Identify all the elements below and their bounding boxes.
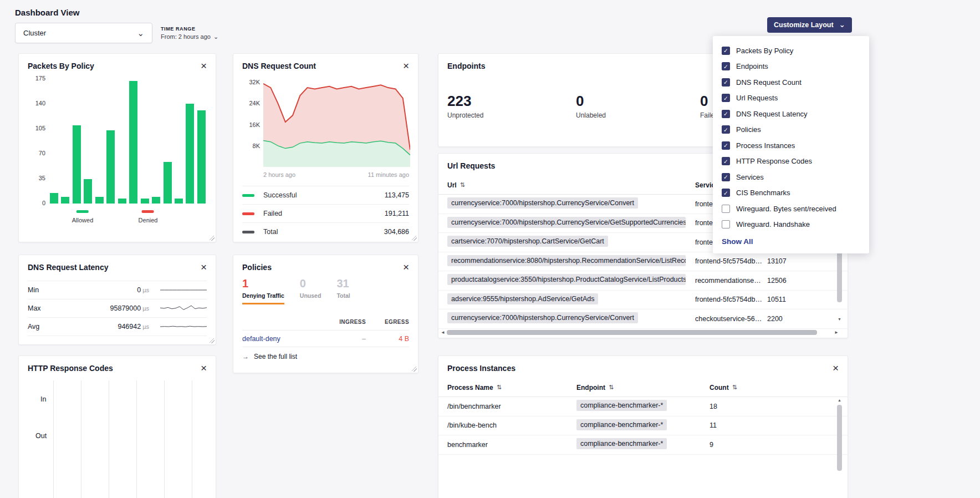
view-select[interactable]: Cluster ⌄: [15, 23, 152, 43]
policy-stat-tab[interactable]: 1 Denying Traffic: [242, 277, 284, 304]
time-range-from: From: 2 hours ago: [161, 33, 211, 40]
scroll-left-icon[interactable]: ◄: [441, 330, 445, 335]
bar: [84, 179, 92, 204]
table-row[interactable]: currencyservice:7000/hipstershop.Currenc…: [438, 309, 848, 329]
vertical-scrollbar[interactable]: ▲: [837, 398, 842, 498]
checkbox[interactable]: [722, 205, 730, 213]
chevron-down-icon: ⌄: [137, 31, 144, 36]
stat-label: Unused: [300, 292, 321, 303]
menu-item[interactable]: CIS Benchmarks: [722, 185, 860, 201]
process-name-cell: benchmarker: [447, 441, 576, 449]
close-icon[interactable]: ×: [201, 263, 207, 271]
checkbox[interactable]: [722, 47, 730, 55]
url-chip: currencyservice:7000/hipstershop.Currenc…: [447, 312, 638, 323]
column-header-url[interactable]: Url ⇅: [447, 181, 695, 189]
table-row[interactable]: /bin/kube-bench compliance-benchmarker-*…: [438, 416, 848, 436]
table-row[interactable]: adservice:9555/hipstershop.AdService/Get…: [438, 291, 848, 310]
policy-stat-tab[interactable]: 0 Unused: [300, 277, 321, 304]
scrollbar-thumb[interactable]: [837, 405, 842, 471]
close-icon[interactable]: ×: [833, 364, 839, 372]
latency-row: Min 0µs: [28, 281, 207, 299]
y-tick-label: 24K: [243, 100, 260, 106]
menu-item[interactable]: Process Instances: [722, 138, 860, 154]
horizontal-scrollbar[interactable]: ◄ ►: [441, 329, 839, 336]
http-row-label-in: In: [40, 395, 46, 403]
scroll-up-icon[interactable]: ▲: [837, 398, 842, 402]
checkbox[interactable]: [722, 110, 730, 118]
column-header-endpoint[interactable]: Endpoint ⇅: [576, 384, 710, 392]
bar: [95, 197, 104, 204]
close-icon[interactable]: ×: [201, 364, 207, 372]
bar: [141, 199, 149, 204]
menu-item-label: DNS Request Count: [736, 78, 802, 87]
checkbox[interactable]: [722, 189, 730, 197]
policy-stat-tab[interactable]: 31 Total: [336, 277, 350, 304]
scrollbar-track[interactable]: [447, 330, 833, 335]
table-row[interactable]: benchmarker compliance-benchmarker-* 9: [438, 435, 848, 455]
resize-handle[interactable]: [210, 236, 215, 241]
card-title: Policies: [242, 263, 272, 272]
column-header-process-name[interactable]: Process Name ⇅: [447, 384, 576, 392]
latency-value: 0µs: [54, 286, 149, 294]
menu-item[interactable]: Url Requests: [722, 90, 860, 106]
y-tick-label: 140: [35, 100, 45, 106]
table-row[interactable]: recommendationservice:8080/hipstershop.R…: [438, 252, 848, 272]
scroll-down-icon[interactable]: ▼: [837, 317, 842, 321]
checkbox[interactable]: [722, 141, 730, 150]
menu-item[interactable]: DNS Request Count: [722, 74, 860, 90]
checkbox[interactable]: [722, 173, 730, 181]
checkbox[interactable]: [722, 62, 730, 70]
time-range: TIME RANGE From: 2 hours ago ⌄: [161, 26, 218, 40]
menu-item-label: Packets By Policy: [736, 47, 793, 55]
process-instances-table: Process Name ⇅ Endpoint ⇅ Count ⇅ /bin/b…: [438, 378, 848, 455]
menu-item[interactable]: Wireguard. Handshake: [722, 217, 860, 233]
url-chip: adservice:9555/hipstershop.AdService/Get…: [447, 293, 598, 304]
time-range-value[interactable]: From: 2 hours ago ⌄: [161, 33, 218, 40]
menu-item-label: Url Requests: [736, 94, 778, 102]
checkbox[interactable]: [722, 94, 730, 102]
close-icon[interactable]: ×: [403, 263, 409, 271]
close-icon[interactable]: ×: [201, 62, 207, 70]
policy-egress: 4 B: [366, 335, 409, 343]
close-icon[interactable]: ×: [403, 62, 409, 70]
menu-item[interactable]: Packets By Policy: [722, 43, 860, 59]
resize-handle[interactable]: [412, 236, 417, 241]
process-name-cell: /bin/kube-bench: [447, 421, 576, 429]
menu-item-label: Endpoints: [736, 62, 768, 70]
endpoint-stat: 223 Unprotected: [447, 93, 576, 119]
menu-item[interactable]: Endpoints: [722, 59, 860, 75]
checkbox[interactable]: [722, 125, 730, 134]
bar: [50, 193, 58, 204]
table-row[interactable]: /bin/benchmarker compliance-benchmarker-…: [438, 397, 848, 416]
scrollbar-thumb[interactable]: [447, 330, 817, 335]
checkbox[interactable]: [722, 78, 730, 87]
customize-layout-button[interactable]: Customize Layout ⌄: [767, 17, 852, 33]
menu-item[interactable]: Services: [722, 169, 860, 185]
checkbox[interactable]: [722, 220, 730, 228]
resize-handle[interactable]: [210, 338, 215, 343]
resize-handle[interactable]: [412, 367, 417, 372]
column-header-count[interactable]: Count ⇅: [710, 384, 848, 392]
see-full-list-link[interactable]: → See the full list: [242, 353, 297, 360]
menu-item[interactable]: Policies: [722, 122, 860, 138]
bar: [129, 81, 137, 204]
dns-request-count-chart: [263, 77, 410, 167]
checkbox[interactable]: [722, 157, 730, 165]
show-all-link[interactable]: Show All: [722, 237, 860, 246]
legend-label: Total: [263, 228, 278, 236]
bar: [164, 162, 172, 204]
menu-item[interactable]: DNS Request Latency: [722, 106, 860, 122]
legend-row: Successful 113,475: [242, 186, 409, 204]
latency-sparkline: [160, 322, 207, 331]
latency-row: Avg 946942µs: [28, 318, 207, 336]
bar: [152, 197, 160, 204]
policy-link[interactable]: default-deny: [242, 335, 321, 343]
service-cell: checkoutservice-56…: [695, 315, 767, 323]
latency-label: Min: [28, 286, 54, 294]
endpoints-stats: 223 Unprotected 0 Unlabeled 0 Failed: [447, 93, 718, 119]
menu-item[interactable]: Wireguard. Bytes sent/received: [722, 201, 860, 217]
menu-item[interactable]: HTTP Response Codes: [722, 154, 860, 170]
scroll-right-icon[interactable]: ►: [834, 330, 839, 335]
table-row[interactable]: productcatalogservice:3550/hipstershop.P…: [438, 271, 848, 291]
bar: [197, 110, 206, 204]
